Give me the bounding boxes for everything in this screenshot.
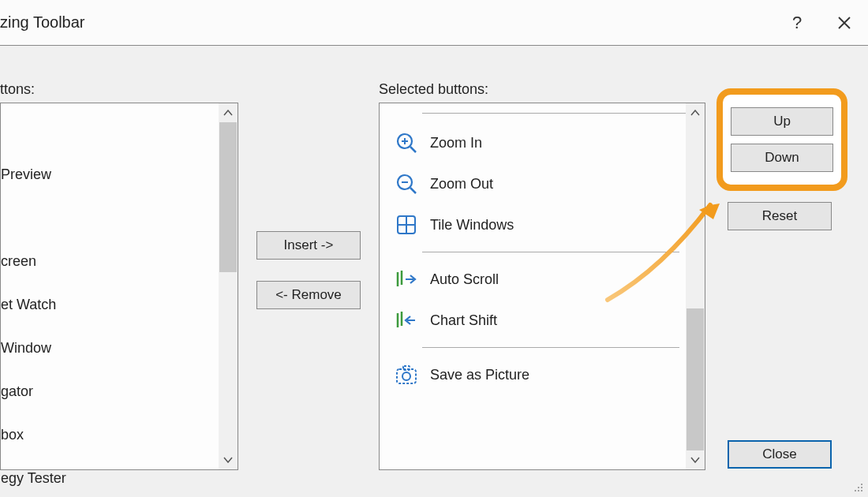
- list-item[interactable]: Zoom Out: [380, 163, 686, 204]
- selected-scrollbar[interactable]: [686, 103, 705, 469]
- resize-grip-icon[interactable]: [849, 478, 865, 494]
- svg-rect-14: [397, 369, 416, 383]
- help-button[interactable]: ?: [773, 0, 821, 46]
- list-item[interactable]: [1, 196, 219, 240]
- list-item[interactable]: [1, 110, 219, 153]
- list-item-label: Zoom In: [430, 135, 482, 151]
- svg-rect-15: [403, 366, 410, 370]
- available-listbox[interactable]: Preview creen et Watch Window gator box …: [0, 103, 238, 470]
- insert-button[interactable]: Insert ->: [256, 231, 361, 260]
- svg-point-18: [858, 487, 859, 488]
- separator: [422, 347, 679, 348]
- list-item[interactable]: gator: [1, 370, 219, 413]
- svg-point-22: [861, 490, 862, 491]
- list-item[interactable]: Zoom In: [380, 122, 686, 163]
- svg-point-19: [861, 487, 862, 488]
- tile-windows-icon: [389, 207, 424, 242]
- selected-label: Selected buttons:: [379, 81, 488, 98]
- scroll-up-icon[interactable]: [219, 103, 238, 122]
- customize-toolbar-dialog: zing Toolbar ? ttons: Selected buttons: …: [0, 0, 868, 497]
- remove-button[interactable]: <- Remove: [256, 281, 361, 309]
- selected-items: Zoom In Zoom Out Tile Windows: [380, 103, 686, 469]
- available-label: ttons:: [0, 81, 35, 98]
- scroll-down-icon[interactable]: [219, 450, 238, 469]
- up-button[interactable]: Up: [731, 107, 833, 136]
- auto-scroll-icon: [389, 262, 424, 297]
- svg-point-16: [402, 372, 410, 380]
- scroll-thumb[interactable]: [687, 308, 704, 450]
- list-item-label: Auto Scroll: [430, 271, 499, 288]
- list-item[interactable]: Save as Picture: [380, 354, 686, 395]
- list-item-label: Zoom Out: [430, 176, 493, 192]
- chart-shift-icon: [389, 303, 424, 338]
- available-items: Preview creen et Watch Window gator box …: [1, 103, 219, 469]
- list-item[interactable]: Preview: [1, 153, 219, 196]
- list-item-label: Save as Picture: [430, 367, 529, 383]
- svg-line-1: [410, 147, 416, 152]
- dialog-content: ttons: Selected buttons: Preview creen e…: [0, 46, 868, 497]
- titlebar: zing Toolbar ?: [0, 0, 868, 46]
- scroll-thumb[interactable]: [219, 122, 237, 272]
- list-item[interactable]: Window: [1, 327, 219, 370]
- close-button[interactable]: Close: [728, 440, 832, 469]
- svg-point-20: [855, 490, 856, 491]
- svg-point-21: [858, 490, 859, 491]
- separator: [422, 252, 679, 252]
- svg-point-17: [861, 484, 862, 485]
- list-item[interactable]: Tile Windows: [380, 204, 686, 245]
- list-item-label: Tile Windows: [430, 217, 514, 234]
- list-item[interactable]: Auto Scroll: [380, 259, 686, 300]
- scroll-up-icon[interactable]: [686, 103, 705, 122]
- list-item[interactable]: creen: [1, 240, 219, 283]
- list-item[interactable]: et Watch: [1, 283, 219, 327]
- close-window-button[interactable]: [821, 0, 868, 46]
- reset-button[interactable]: Reset: [728, 202, 832, 230]
- window-title: zing Toolbar: [0, 13, 773, 32]
- list-item[interactable]: egy Tester: [1, 457, 219, 497]
- save-picture-icon: [389, 357, 424, 392]
- zoom-in-icon: [389, 125, 424, 160]
- down-button[interactable]: Down: [731, 144, 833, 172]
- list-item[interactable]: Chart Shift: [380, 300, 686, 341]
- svg-line-5: [410, 188, 416, 193]
- selected-listbox[interactable]: Zoom In Zoom Out Tile Windows: [379, 103, 705, 470]
- list-item[interactable]: box: [1, 413, 219, 457]
- highlight-annotation: Up Down: [716, 88, 847, 191]
- zoom-out-icon: [389, 166, 424, 201]
- scroll-down-icon[interactable]: [686, 450, 705, 469]
- available-scrollbar[interactable]: [219, 103, 238, 469]
- list-item-label: Chart Shift: [430, 312, 497, 329]
